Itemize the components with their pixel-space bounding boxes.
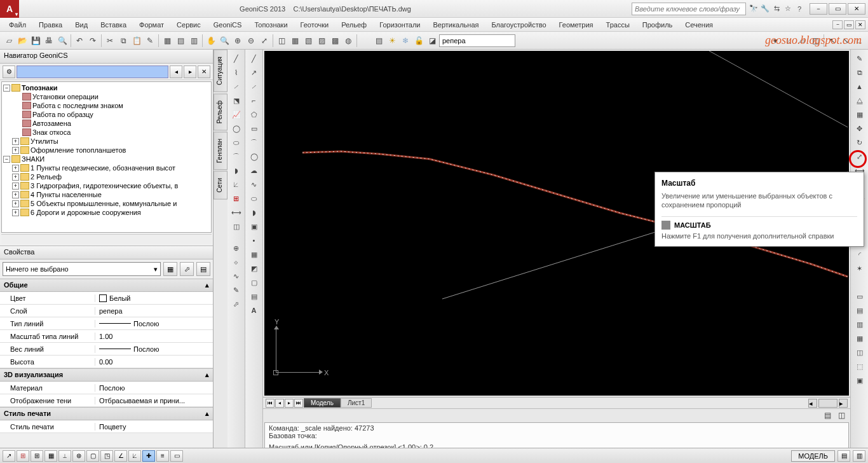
tab-first-button[interactable]: ⏮ <box>266 399 275 408</box>
zoom-in-icon[interactable]: ⊕ <box>231 34 244 47</box>
tab-model[interactable]: Модель <box>304 398 341 408</box>
sb-arrow-icon[interactable]: ↗ <box>3 450 15 462</box>
tree-scrollbar[interactable] <box>1 234 212 244</box>
menu-item[interactable]: Сервис <box>170 19 207 31</box>
props-tool-icon[interactable]: ▤ <box>196 262 210 276</box>
pan-icon[interactable]: ✋ <box>205 34 217 47</box>
tree-folder[interactable]: +5 Объекты промышленные, коммунальные и <box>3 199 210 208</box>
polyline-icon[interactable]: ⌐ <box>248 94 261 107</box>
doc-restore-button[interactable]: ▭ <box>844 20 854 29</box>
rectangle-icon[interactable]: ▭ <box>248 122 261 135</box>
doc-close-button[interactable]: ✕ <box>855 20 865 29</box>
tool-icon[interactable]: ⟐ <box>230 256 243 268</box>
chart-icon[interactable]: 📈 <box>230 108 243 121</box>
nav-search-input[interactable] <box>17 66 168 78</box>
search-input[interactable] <box>632 3 746 15</box>
close-button[interactable]: ✕ <box>848 3 865 15</box>
lock-icon[interactable]: 🔓 <box>412 34 425 47</box>
section-print-style[interactable]: Стиль печати▴ <box>0 407 213 420</box>
revcloud-icon[interactable]: ☁ <box>248 164 261 177</box>
redo-icon[interactable]: ↷ <box>86 34 99 47</box>
sb-ortho-icon[interactable]: ⟂ <box>58 450 71 462</box>
tool-icon[interactable]: ⬀ <box>230 298 243 310</box>
tree-folder[interactable]: +3 Гидрография, гидротехнические объекты… <box>3 181 210 190</box>
tool-icon[interactable]: ⟀ <box>230 178 243 191</box>
sb-osnap-icon[interactable]: ▢ <box>86 450 99 462</box>
sb-dyn-icon[interactable]: ✚ <box>142 450 155 462</box>
star-icon[interactable]: ☆ <box>783 4 793 14</box>
print-icon[interactable]: 🖶 <box>43 34 55 47</box>
selection-combo[interactable]: Ничего не выбрано▾ <box>3 262 161 276</box>
prop-val[interactable]: 0.00 <box>95 358 213 366</box>
prop-val[interactable]: Поцвету <box>95 423 213 431</box>
tree-item[interactable]: Знак откоса <box>3 128 210 137</box>
line-icon[interactable]: ╱ <box>230 52 243 65</box>
gradient-icon[interactable]: ◩ <box>248 262 261 275</box>
prop-val[interactable]: Отбрасываемая и прини... <box>95 397 213 404</box>
menu-item[interactable]: Формат <box>133 19 170 31</box>
menu-item[interactable]: Правка <box>32 19 69 31</box>
hatch-icon[interactable]: ▦ <box>248 248 261 261</box>
copy-icon[interactable]: ⧉ <box>853 66 866 79</box>
tab-last-button[interactable]: ⏭ <box>294 399 303 408</box>
vtab-networks[interactable]: Сети <box>214 171 227 200</box>
tool-icon[interactable]: ▩ <box>329 34 341 47</box>
tool-icon[interactable]: ▦ <box>161 34 173 47</box>
tool-icon[interactable]: ◫ <box>275 34 288 47</box>
rotate-icon[interactable]: ↻ <box>853 136 866 149</box>
prop-val[interactable]: 1.00 <box>95 333 213 340</box>
doc-minimize-button[interactable]: － <box>832 20 843 29</box>
key-icon[interactable]: 🔧 <box>760 4 770 14</box>
tool-icon[interactable]: ▭ <box>853 290 866 303</box>
region-icon[interactable]: ▢ <box>248 276 261 289</box>
hscroll-left-button[interactable]: ◂ <box>808 399 817 408</box>
tool-icon[interactable]: ⟋ <box>230 80 243 93</box>
nav-next-button[interactable]: ▸ <box>184 66 196 78</box>
tool-icon[interactable]: ◗ <box>230 164 243 177</box>
block-icon[interactable]: ▣ <box>248 220 261 233</box>
menu-item[interactable]: Благоустройство <box>485 19 552 31</box>
app-logo[interactable]: A <box>0 0 19 18</box>
exchange-icon[interactable]: ⇆ <box>771 4 782 14</box>
tab-next-button[interactable]: ▸ <box>285 399 294 408</box>
text-icon[interactable]: A <box>248 304 261 317</box>
vtab-relief[interactable]: Рельеф <box>214 93 227 130</box>
prop-val[interactable]: Послою <box>95 384 213 392</box>
help-icon[interactable]: ? <box>794 4 804 14</box>
tool-icon[interactable]: ▤ <box>174 34 187 47</box>
zoom-extents-icon[interactable]: ⤢ <box>258 34 271 47</box>
tool-icon[interactable]: ◍ <box>342 34 355 47</box>
sb-ducs-icon[interactable]: ⟀ <box>128 450 141 462</box>
menu-item[interactable]: Горизонтали <box>373 19 426 31</box>
tool-icon[interactable]: ◫ <box>835 409 848 422</box>
vtab-situation[interactable]: Ситуация <box>214 50 227 92</box>
sb-grid-icon[interactable]: ▦ <box>44 450 57 462</box>
menu-item[interactable]: Вставка <box>94 19 133 31</box>
zoom-icon[interactable]: 🔍 <box>218 34 231 47</box>
freeze-icon[interactable]: ❄ <box>399 34 412 47</box>
mirror-icon[interactable]: ▲ <box>853 80 866 93</box>
paste-icon[interactable]: 📋 <box>130 34 143 47</box>
ellipse-arc-icon[interactable]: ◗ <box>248 206 261 219</box>
tree-item[interactable]: Установки операции <box>3 92 210 101</box>
array-icon[interactable]: ▦ <box>853 108 866 121</box>
xline-icon[interactable]: ⟋ <box>248 80 261 93</box>
undo-icon[interactable]: ↶ <box>73 34 86 47</box>
props-tool-icon[interactable]: ▦ <box>163 262 177 276</box>
zoom-out-icon[interactable]: ⊖ <box>245 34 257 47</box>
color-icon[interactable]: ◪ <box>426 34 438 47</box>
layer-icon[interactable]: ▤ <box>372 34 385 47</box>
restore-button[interactable]: ▭ <box>829 3 846 15</box>
tool-icon[interactable]: ▤ <box>821 409 834 422</box>
circle-icon[interactable]: ◯ <box>248 150 261 163</box>
nav-clear-button[interactable]: ✕ <box>198 66 210 78</box>
tree-item[interactable]: Работа по образцу <box>3 110 210 119</box>
sb-snap-icon[interactable]: ⊞ <box>31 450 43 462</box>
ellipse-icon[interactable]: ⬭ <box>248 192 261 205</box>
sb-lwt-icon[interactable]: ≡ <box>156 450 169 462</box>
tool-icon[interactable]: ▤ <box>853 304 866 317</box>
tool-icon[interactable]: ⬔ <box>230 94 243 107</box>
hscroll-right-button[interactable]: ▸ <box>839 399 848 408</box>
menu-item[interactable]: Сечения <box>679 19 719 31</box>
tool-icon[interactable]: ◫ <box>230 220 243 233</box>
